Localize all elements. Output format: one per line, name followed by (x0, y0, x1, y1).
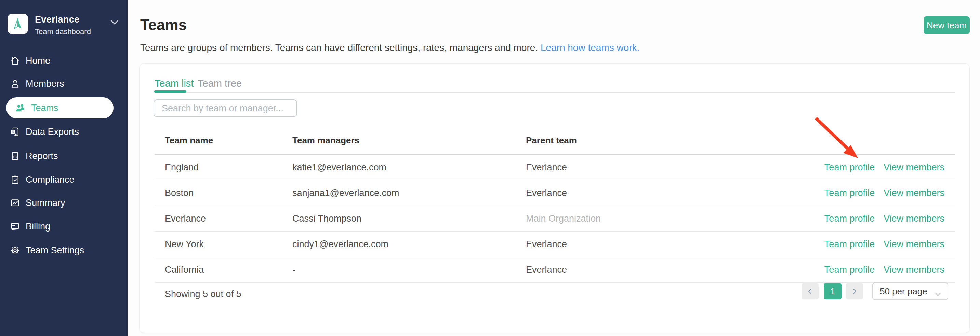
page-description: Teams are groups of members. Teams can h… (140, 42, 640, 53)
results-count: Showing 5 out of 5 (165, 289, 242, 300)
org-name: Everlance (35, 14, 80, 25)
sidebar-item-compliance[interactable]: Compliance (0, 169, 127, 190)
sidebar-item-label: Home (25, 55, 50, 66)
team-managers-cell: sanjana1@everlance.com (292, 180, 399, 206)
table-row-boston: Boston sanjana1@everlance.com Everlance … (154, 180, 955, 206)
sidebar-item-label: Billing (25, 221, 50, 232)
sidebar-item-team-settings[interactable]: Team Settings (0, 240, 127, 261)
parent-team-cell: Everlance (526, 257, 567, 283)
sidebar-item-label: Teams (31, 103, 59, 113)
table-row-everlance: Everlance Cassi Thompson Main Organizati… (154, 206, 955, 231)
chevron-right-icon (851, 288, 858, 295)
team-name-cell: Boston (165, 180, 194, 206)
team-profile-link[interactable]: Team profile (824, 239, 875, 250)
sidebar-item-members[interactable]: Members (0, 73, 127, 94)
sidebar-item-label: Data Exports (25, 127, 79, 137)
sidebar-item-label: Compliance (25, 174, 75, 185)
parent-team-cell: Everlance (526, 180, 567, 206)
sidebar-item-label: Members (25, 79, 64, 89)
view-members-link[interactable]: View members (884, 188, 945, 198)
team-managers-cell: cindy1@everlance.com (292, 231, 388, 257)
sidebar-item-summary[interactable]: Summary (0, 192, 127, 213)
org-switcher[interactable]: Everlance Team dashboard (0, 0, 127, 41)
report-document-icon (10, 151, 21, 162)
sidebar-item-label: Team Settings (25, 245, 84, 256)
chevron-down-icon (934, 289, 942, 300)
team-managers-cell: Cassi Thompson (292, 206, 361, 231)
tab-team-list[interactable]: Team list (154, 78, 194, 89)
parent-team-cell: Main Organization (526, 206, 601, 231)
line-chart-icon (10, 197, 21, 208)
export-file-icon (10, 126, 21, 137)
team-profile-link[interactable]: Team profile (824, 265, 875, 275)
team-name-cell: Everlance (165, 206, 206, 231)
tab-team-tree[interactable]: Team tree (198, 78, 242, 89)
sidebar-item-data-exports[interactable]: Data Exports (0, 121, 127, 143)
per-page-select[interactable]: 50 per page (872, 282, 948, 300)
team-name-cell: England (165, 155, 199, 180)
team-profile-link[interactable]: Team profile (824, 213, 875, 224)
sidebar-item-reports[interactable]: Reports (0, 146, 127, 166)
team-icon (15, 103, 26, 113)
view-members-link[interactable]: View members (884, 265, 945, 275)
new-team-button[interactable]: New team (924, 16, 970, 34)
team-managers-cell: - (292, 257, 296, 283)
tabs-divider (154, 92, 955, 92)
view-members-link[interactable]: View members (884, 239, 945, 250)
column-header-team-managers: Team managers (292, 135, 360, 146)
view-members-link[interactable]: View members (884, 162, 945, 173)
per-page-value: 50 per page (880, 286, 928, 297)
parent-team-cell: Everlance (526, 231, 567, 257)
page-number-button[interactable]: 1 (824, 283, 842, 300)
sidebar-item-label: Reports (25, 151, 58, 162)
view-members-link[interactable]: View members (884, 213, 945, 224)
team-profile-link[interactable]: Team profile (824, 162, 875, 173)
next-page-button[interactable] (846, 283, 863, 300)
sidebar-item-teams[interactable]: Teams (6, 97, 113, 119)
team-profile-link[interactable]: Team profile (824, 188, 875, 198)
sidebar-item-billing[interactable]: Billing (0, 216, 127, 237)
learn-how-teams-work-link[interactable]: Learn how teams work. (541, 42, 640, 53)
sidebar-item-home[interactable]: Home (0, 50, 127, 71)
parent-team-cell: Everlance (526, 155, 567, 180)
gear-icon (10, 245, 21, 256)
page-title: Teams (140, 16, 187, 33)
sidebar: Everlance Team dashboard Home Members (0, 0, 127, 336)
active-tab-underline (154, 90, 186, 92)
org-subtitle: Team dashboard (35, 27, 91, 36)
table-row-new-york: New York cindy1@everlance.com Everlance … (154, 231, 955, 257)
everlance-logo-icon (8, 14, 28, 34)
table-header-row: Team name Team managers Parent team (165, 135, 945, 154)
credit-card-icon (10, 221, 21, 232)
search-input[interactable] (154, 99, 297, 117)
teams-panel: Team list Team tree Team name Team manag… (139, 63, 970, 333)
column-header-team-name: Team name (165, 135, 213, 146)
column-header-parent-team: Parent team (526, 135, 577, 146)
home-icon (10, 55, 21, 66)
team-name-cell: California (165, 257, 204, 283)
table-row-california: California - Everlance Team profile View… (154, 257, 955, 283)
chevron-down-icon[interactable] (110, 19, 120, 27)
previous-page-button[interactable] (802, 283, 819, 300)
clipboard-check-icon (10, 174, 21, 185)
sidebar-item-label: Summary (25, 198, 65, 208)
person-icon (10, 78, 21, 89)
team-name-cell: New York (165, 231, 204, 257)
chevron-left-icon (807, 288, 813, 295)
table-row-england: England katie1@everlance.com Everlance T… (154, 155, 955, 180)
team-managers-cell: katie1@everlance.com (292, 155, 387, 180)
